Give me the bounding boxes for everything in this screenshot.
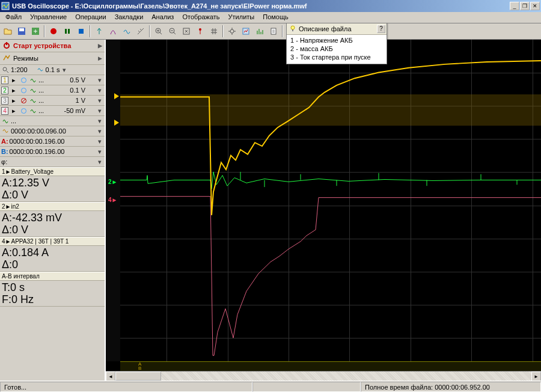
window-title: USB Oscilloscope - E:\Осциллограммы\Газе… [12,2,510,10]
ab-f: F:0 Hz [2,293,103,305]
dots: ... [38,87,44,94]
dropdown-icon[interactable]: ▾ [61,66,68,74]
toolbar-separator [149,25,150,37]
ch-wave-icon [29,76,37,84]
status-total-time: Полное время файла: 0000:00:06.952.00 [361,382,541,392]
power-icon [2,41,11,51]
marker-icon[interactable] [194,25,207,38]
dropdown-icon[interactable]: ▾ [96,76,103,84]
ab-interval-label: A-B интервал [0,272,105,281]
channel-row-3[interactable]: 3 ▸ ... 1 V ▾ [0,96,105,106]
zoom-icon [1,66,10,74]
channel-row-1[interactable]: 1 ▸ ... 0.5 V ▾ [0,75,105,85]
scroll-left-button[interactable]: ◄ [106,372,115,381]
zoom-in-icon[interactable] [152,25,165,38]
svg-point-4 [50,28,57,34]
status-ready: Готов... [0,382,252,392]
meas2-values: A:-42.33 mV Δ:0 V [0,211,105,237]
menu-bookmarks[interactable]: Закладки [111,12,148,23]
dropdown-icon[interactable]: ▾ [96,148,103,156]
menu-file[interactable]: Файл [1,12,26,23]
scroll-thumb[interactable] [115,372,161,381]
channel-row-4[interactable]: 4 ▸ ... -50 mV ▾ [0,106,105,116]
cursor-a-prefix: A: [1,138,8,145]
scroll-track[interactable] [115,372,531,381]
menu-analysis[interactable]: Анализ [147,12,178,23]
close-button[interactable]: ✕ [530,2,540,10]
chevron-right-icon: ▶ [98,43,102,49]
open-icon[interactable] [1,25,14,38]
scroll-right-button[interactable]: ► [531,372,541,381]
meas3-a: A:0.184 A [2,247,103,259]
phi-prefix: φ: [1,158,7,165]
dots: ... [38,76,44,84]
modes-label: Режимы [13,55,38,62]
horizontal-scrollbar[interactable]: ◄ ► [106,371,541,381]
cursor-a-row[interactable]: A: 0000:00:00.196.00 ▾ [0,136,105,147]
fft-icon[interactable] [253,25,266,38]
dropdown-icon[interactable]: ▾ [96,127,103,135]
dropdown-icon[interactable]: ▾ [96,158,103,166]
chevron-right-icon: ▶ [98,55,102,61]
menu-control[interactable]: Управление [26,12,71,23]
cursor-b-value: 0000:00:00.196.00 [10,148,65,155]
svg-point-24 [21,108,26,113]
scope-canvas[interactable]: 2► 4► AB [106,40,541,371]
menu-utilities[interactable]: Утилиты [224,12,259,23]
dropdown-icon[interactable]: ▾ [96,97,103,105]
lightbulb-icon [289,25,296,33]
tooltip-help-button[interactable]: ? [377,25,385,33]
toolbar-separator [44,25,45,37]
rec-icon[interactable] [47,25,60,38]
grid-icon[interactable] [207,25,221,38]
pause-icon[interactable] [61,25,74,38]
meas1-d: Δ:0 V [2,189,103,201]
phi-row[interactable]: φ: ▾ [0,157,105,167]
channel-row-2[interactable]: 2 ▸ ... 0.1 V ▾ [0,85,105,96]
ch-off-icon [19,96,28,105]
menu-help[interactable]: Помощь [258,12,293,23]
ch1-ground-marker2[interactable] [114,120,119,126]
ch-ac-icon [19,86,28,94]
dropdown-icon[interactable]: ▾ [96,87,103,94]
ch1-badge: 1 [1,76,8,84]
ch-wave-icon [29,86,37,94]
zoom-out-icon[interactable] [166,25,179,38]
ch2-tag: 2► [107,179,118,185]
analyze-icon[interactable] [239,25,252,38]
cursor-time-icon [1,127,10,135]
measure-icon[interactable] [134,25,147,38]
maximize-button[interactable]: ❐ [520,2,530,10]
modes-button[interactable]: Режимы ▶ [0,52,105,65]
zoom-row[interactable]: 1:200 0.1 s ▾ [0,65,105,75]
dropdown-icon[interactable]: ▾ [96,138,103,145]
channel-row-extra[interactable]: ... ▾ [0,116,105,126]
ch1-ground-marker[interactable] [114,93,119,99]
wave-icon[interactable] [120,25,133,38]
zoom-value: 1:200 [11,66,28,73]
settings-icon[interactable] [225,25,239,38]
dropdown-icon[interactable]: ▾ [96,107,103,115]
save-icon[interactable] [15,25,28,38]
toolbar-separator [282,25,283,37]
meas1-label: 1►Battery_Voltage [0,167,105,176]
dropdown-icon[interactable]: ▾ [96,117,103,125]
menu-display[interactable]: Отображать [178,12,224,23]
tooltip-line1: 1 - Напряжение АКБ [290,36,383,44]
menu-operations[interactable]: Операции [71,12,110,23]
ch-play-icon: ▸ [10,96,18,105]
cursor-a-icon[interactable] [93,25,106,38]
fit-icon[interactable] [180,25,193,38]
cursor-b-row[interactable]: B: 0000:00:00.196.00 ▾ [0,147,105,157]
ch4-value: -50 mV [64,107,95,114]
ch-play-icon: ▸ [10,106,18,115]
time-position-row[interactable]: 0000:00:00.096.00 ▾ [0,126,105,136]
cursor-b-icon[interactable] [106,25,120,38]
svg-rect-2 [19,28,24,31]
ch-ac-icon [19,76,28,84]
start-device-button[interactable]: Старт устройства ▶ [0,40,105,52]
script-icon[interactable] [267,25,280,38]
export-icon[interactable] [29,25,42,38]
stop-icon[interactable] [75,25,88,38]
minimize-button[interactable]: _ [510,2,519,10]
